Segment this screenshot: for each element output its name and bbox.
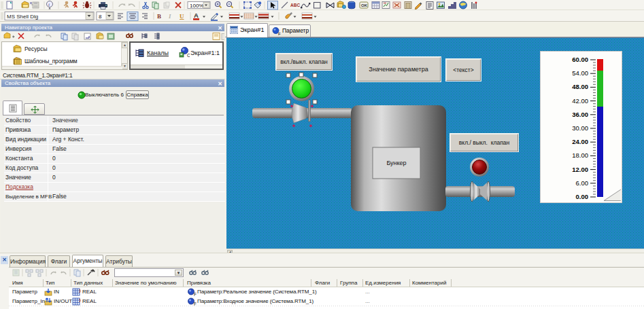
svg-text:18.00: 18.00 bbox=[572, 151, 588, 159]
svg-text:8: 8 bbox=[99, 14, 102, 20]
svg-text:Бункер: Бункер bbox=[386, 160, 406, 166]
svg-text:0.00: 0.00 bbox=[576, 193, 589, 200]
svg-text:C: C bbox=[187, 53, 190, 58]
svg-text:ABC: ABC bbox=[290, 3, 300, 7]
svg-text:A: A bbox=[194, 12, 199, 19]
svg-text:60.00: 60.00 bbox=[572, 56, 588, 63]
svg-text:i: i bbox=[48, 2, 50, 7]
svg-text:42.00: 42.00 bbox=[572, 97, 588, 105]
svg-text:100%: 100% bbox=[190, 3, 203, 9]
svg-text:MS Shell Dlg: MS Shell Dlg bbox=[7, 14, 38, 20]
svg-text:36.00: 36.00 bbox=[572, 111, 588, 118]
svg-text:OK: OK bbox=[361, 3, 368, 7]
svg-text:48.00: 48.00 bbox=[572, 83, 588, 90]
svg-text:F: F bbox=[194, 302, 197, 306]
svg-text:B: B bbox=[157, 13, 161, 20]
svg-text:24.00: 24.00 bbox=[572, 138, 588, 145]
svg-text:54.00: 54.00 bbox=[572, 69, 588, 77]
svg-text:I: I bbox=[168, 13, 171, 20]
svg-text:F: F bbox=[278, 32, 281, 36]
svg-text:U: U bbox=[180, 13, 184, 20]
svg-text:F: F bbox=[194, 292, 197, 297]
svg-text:12.00: 12.00 bbox=[572, 166, 588, 173]
svg-text:6.00: 6.00 bbox=[576, 179, 589, 187]
svg-text:30.00: 30.00 bbox=[572, 124, 588, 132]
